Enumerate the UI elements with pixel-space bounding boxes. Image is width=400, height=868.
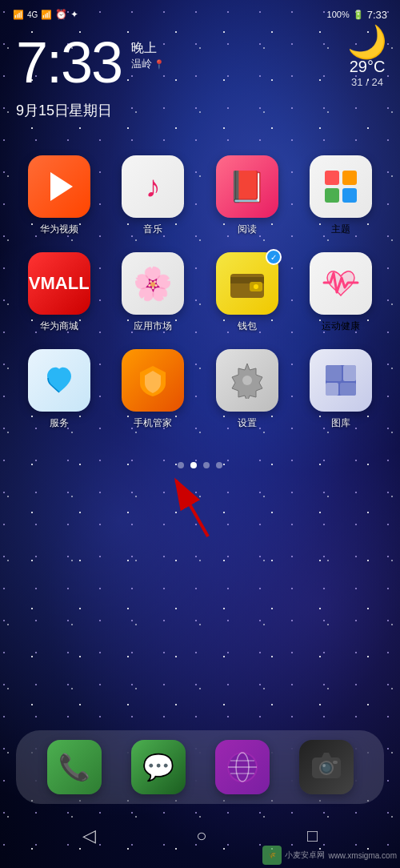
watermark-text: 小麦安卓网 [285,850,325,861]
wallet-svg-icon [229,267,266,299]
page-dot-2[interactable] [190,462,197,468]
page-dot-1[interactable] [178,462,184,468]
svg-point-7 [254,284,258,289]
app-gallery[interactable]: 图库 [298,349,385,430]
messages-icon: 💬 [142,752,174,782]
browser-svg-icon [226,751,258,783]
app-music[interactable]: ♪ 音乐 [110,155,197,236]
app-icon-appmarket: 🌸 [122,252,184,315]
app-label-music: 音乐 [143,223,162,236]
app-label-appmarket: 应用市场 [134,319,172,333]
music-note-icon: ♪ [146,170,161,204]
svg-rect-14 [340,383,356,396]
app-icon-health [310,252,372,315]
app-settings[interactable]: 设置 [204,349,290,430]
watermark: 🌾 小麦安卓网 www.xmsigma.com [262,846,397,865]
alarm-icon: ⏰ [55,9,67,20]
app-theme[interactable]: 主题 [298,155,385,236]
screen: 📶 4G 📶 ⏰ ✦ 100% 🔋 7:33 🌙 29°C 31 / 24 7:… [0,0,400,868]
signal-text: 4G [27,10,38,19]
app-wallet[interactable]: ✓ 钱包 [204,252,290,333]
status-time: 7:33 [367,9,387,21]
status-right: 100% 🔋 7:33 [327,9,387,21]
app-label-huawei-video: 华为视频 [40,223,78,236]
watermark-url: www.xmsigma.com [328,851,397,860]
app-icon-service [28,349,90,412]
time-location: 温岭 📍 [131,57,165,71]
svg-rect-12 [343,365,356,381]
app-label-health: 运动健康 [322,319,360,333]
svg-rect-28 [333,761,338,764]
app-label-wallet: 钱包 [238,319,257,333]
app-label-theme: 主题 [331,223,350,236]
app-label-reading: 阅读 [238,223,257,236]
date-row: 9月15日星期日 [0,98,400,123]
vmall-text: VMALL [29,273,90,294]
app-icon-music: ♪ [122,155,184,218]
status-bar: 📶 4G 📶 ⏰ ✦ 100% 🔋 7:33 [0,0,400,26]
dock-icon-camera [299,740,354,794]
svg-rect-3 [342,188,357,203]
svg-line-16 [176,480,208,536]
badge-check-icon: ✓ [270,253,277,262]
settings-svg-icon [229,362,266,399]
camera-svg-icon [310,751,342,783]
weather-icon: 🌙 [347,26,387,58]
huawei-logo-icon: 🌸 [133,265,173,303]
dock-app-camera[interactable] [299,740,354,794]
app-label-settings: 设置 [238,416,257,430]
wifi-icon: 📶 [41,10,52,20]
dock-app-browser[interactable] [215,740,270,794]
app-vmall[interactable]: VMALL 华为商城 [16,252,102,333]
svg-point-9 [242,376,252,385]
time-meta: 晚上 温岭 📍 [131,34,165,71]
svg-point-27 [322,764,326,767]
time-ampm: 晚上 [131,40,165,57]
page-dot-4[interactable] [216,462,222,468]
play-icon [50,172,73,201]
svg-rect-1 [342,171,357,185]
battery-percent: 100% [327,10,350,19]
app-service[interactable]: 服务 [16,349,102,430]
watermark-logo: 🌾 [262,846,282,865]
svg-rect-0 [325,171,339,185]
dock-icon-phone: 📞 [47,740,102,794]
bluetooth-icon: ✦ [70,9,78,20]
app-icon-wallet: ✓ [216,252,278,315]
weather-area: 🌙 29°C 31 / 24 [347,26,387,88]
nav-back-button[interactable]: ◁ [66,819,112,853]
app-grid: 华为视频 ♪ 音乐 📕 阅读 主题 [0,131,400,438]
app-phonemanager[interactable]: 手机管家 [110,349,197,430]
app-huawei-video[interactable]: 华为视频 [16,155,102,236]
wallet-badge: ✓ [266,249,282,265]
app-icon-theme [310,155,372,218]
svg-rect-2 [325,188,339,203]
app-icon-phonemanager [122,349,184,412]
nav-home-button[interactable]: ○ [180,819,222,853]
app-appmarket[interactable]: 🌸 应用市场 [110,252,197,333]
app-reading[interactable]: 📕 阅读 [204,155,290,236]
app-label-vmall: 华为商城 [40,319,78,333]
dock-app-messages[interactable]: 💬 [131,740,186,794]
page-dot-3[interactable] [203,462,210,468]
dock-app-phone[interactable]: 📞 [47,740,102,794]
gallery-svg-icon [322,362,359,399]
app-label-gallery: 图库 [331,416,350,430]
phone-icon: 📞 [58,752,90,782]
app-icon-reading: 📕 [216,155,278,218]
health-svg-icon [322,267,359,300]
dock: 📞 💬 [16,730,384,804]
app-icon-vmall: VMALL [28,252,90,315]
dock-icon-browser [215,740,270,794]
svg-rect-11 [326,365,342,381]
location-icon: 📍 [154,59,165,70]
page-dots [0,454,400,476]
phonemanager-svg-icon [135,363,170,398]
battery-icon: 🔋 [353,10,364,20]
clock-area: 7:33 晚上 温岭 📍 [0,26,400,98]
app-health[interactable]: 运动健康 [298,252,385,333]
app-icon-gallery [310,349,372,412]
weather-range: 31 / 24 [347,76,387,88]
status-left: 📶 4G 📶 ⏰ ✦ [13,9,78,20]
app-label-phonemanager: 手机管家 [134,416,172,430]
